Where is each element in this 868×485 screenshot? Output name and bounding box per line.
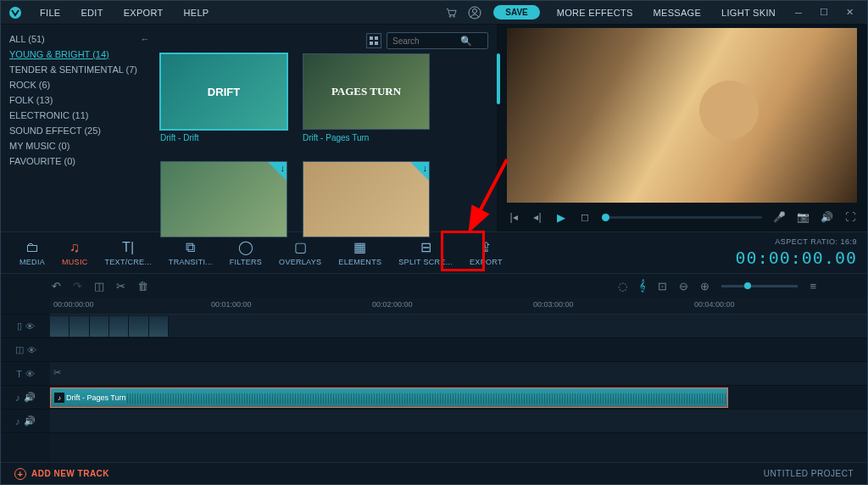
close-icon[interactable]: ✕ (838, 2, 860, 24)
prev-frame-icon[interactable]: ◂| (531, 211, 544, 223)
thumb-image: DRIFT (160, 53, 287, 130)
render-icon[interactable]: ◌ (618, 280, 627, 293)
zoom-in-icon[interactable]: ⊕ (700, 280, 709, 293)
search-icon[interactable]: 🔍 (460, 36, 472, 47)
library-scrollbar[interactable] (497, 53, 500, 104)
menu-light-skin[interactable]: LIGHT SKIN (713, 4, 784, 21)
media-thumb[interactable]: PAGES TURN Drift - Pages Turn (303, 53, 430, 146)
pip-track[interactable] (50, 338, 867, 362)
svg-point-2 (453, 15, 455, 17)
media-thumb[interactable]: DRIFT Drift - Drift (160, 53, 287, 146)
tab-filters[interactable]: ◯FILTERS (221, 237, 270, 270)
category-tender[interactable]: TENDER & SENTIMENTAL (7) (9, 62, 152, 77)
tab-music[interactable]: ♫MUSIC (53, 237, 97, 270)
zoom-fit-icon[interactable]: ⊡ (658, 280, 667, 293)
pip-track-icon: ◫ (15, 344, 24, 355)
category-my-music[interactable]: MY MUSIC (0) (9, 138, 152, 153)
audio-track-1[interactable]: ♪ Drift - Pages Turn (50, 386, 867, 410)
goto-start-icon[interactable]: |◂ (507, 211, 520, 223)
search-input[interactable] (392, 36, 460, 46)
play-icon[interactable]: ▶ (554, 211, 568, 224)
preview-scrubber[interactable] (602, 216, 762, 219)
timeline: ▯👁 ◫👁 T👁 ♪🔊 ♪🔊 00:00:00:00 00:01:00:00 0… (1, 298, 867, 462)
menu-edit[interactable]: EDIT (72, 4, 111, 21)
filters-icon: ◯ (238, 240, 253, 255)
thumb-image: ↓ (303, 161, 430, 237)
menu-help[interactable]: HELP (175, 4, 218, 21)
download-icon[interactable]: ↓ (423, 163, 428, 173)
zoom-slider[interactable] (721, 285, 798, 287)
download-icon[interactable]: ↓ (281, 163, 286, 173)
category-rock[interactable]: ROCK (6) (9, 77, 152, 92)
account-icon[interactable] (465, 3, 485, 23)
category-folk[interactable]: FOLK (13) (9, 92, 152, 108)
timeline-ruler[interactable]: 00:00:00:00 00:01:00:00 00:02:00:00 00:0… (50, 298, 867, 315)
redo-icon[interactable]: ↷ (73, 280, 82, 293)
maximize-icon[interactable]: ☐ (813, 2, 835, 24)
text-track[interactable]: ✂ (50, 362, 867, 386)
menu-export[interactable]: EXPORT (115, 4, 172, 21)
undo-icon[interactable]: ↶ (52, 280, 61, 293)
media-thumb[interactable]: ↓ (303, 161, 430, 237)
zoom-out-icon[interactable]: ⊖ (679, 280, 688, 293)
tab-export[interactable]: ⇪EXPORT (461, 237, 511, 270)
delete-icon[interactable]: 🗑 (137, 280, 148, 293)
text-track-icon: T (16, 369, 22, 379)
text-icon: T| (122, 240, 135, 255)
menu-file[interactable]: FILE (31, 4, 69, 21)
speaker-icon[interactable]: 🔊 (24, 415, 36, 426)
tab-text[interactable]: T|TEXT/CRE... (97, 237, 160, 270)
category-all[interactable]: ALL (51)← (9, 31, 152, 47)
mixer-icon[interactable]: 𝄞 (639, 279, 646, 293)
track-head-video[interactable]: ▯👁 (1, 315, 50, 338)
transition-icon: ⧉ (186, 240, 195, 255)
eye-icon[interactable]: 👁 (25, 321, 35, 332)
save-button[interactable]: SAVE (493, 5, 540, 20)
grid-view-icon[interactable] (366, 33, 381, 48)
cart-icon[interactable] (441, 3, 461, 23)
volume-icon[interactable]: 🔊 (820, 211, 833, 223)
back-icon[interactable]: ← (138, 34, 152, 44)
category-sound-effect[interactable]: SOUND EFFECT (25) (9, 123, 152, 138)
aspect-ratio-label: ASPECT RATIO: 16:9 (736, 237, 857, 246)
scissors-icon: ✂ (53, 367, 61, 378)
video-track[interactable] (50, 315, 867, 338)
track-head-audio1[interactable]: ♪🔊 (1, 386, 50, 410)
media-thumb[interactable]: ↓ (160, 161, 287, 237)
settings-icon[interactable]: ≡ (810, 280, 816, 293)
crop-icon[interactable]: ◫ (94, 280, 104, 293)
category-young-bright[interactable]: YOUNG & BRIGHT (14) (9, 47, 152, 62)
track-head-pip[interactable]: ◫👁 (1, 338, 50, 362)
eye-icon[interactable]: 👁 (27, 345, 36, 355)
preview-controls: |◂ ◂| ▶ ◻ 🎤 📷 🔊 ⛶ (497, 203, 867, 231)
menubar: FILE EDIT EXPORT HELP SAVE MORE EFFECTS … (1, 1, 867, 25)
menu-more-effects[interactable]: MORE EFFECTS (548, 4, 642, 21)
search-box[interactable]: 🔍 (387, 32, 488, 49)
speaker-icon[interactable]: 🔊 (24, 392, 36, 403)
tab-transitions[interactable]: ⧉TRANSITI... (160, 237, 221, 270)
audio-track-icon: ♪ (15, 416, 20, 426)
tab-overlays[interactable]: ▢OVERLAYS (270, 237, 330, 270)
mic-icon[interactable]: 🎤 (772, 211, 786, 223)
add-track-button[interactable]: +ADD NEW TRACK (14, 468, 109, 480)
stop-icon[interactable]: ◻ (578, 211, 592, 223)
track-head-text[interactable]: T👁 (1, 362, 50, 386)
track-head-audio2[interactable]: ♪🔊 (1, 410, 50, 433)
cut-icon[interactable]: ✂ (116, 280, 125, 293)
video-track-icon: ▯ (17, 321, 22, 332)
snapshot-icon[interactable]: 📷 (796, 211, 810, 223)
minimize-icon[interactable]: ─ (787, 2, 810, 24)
fullscreen-icon[interactable]: ⛶ (843, 211, 857, 223)
menu-message[interactable]: MESSAGE (645, 4, 710, 21)
tab-split[interactable]: ⊟SPLIT SCRE... (390, 237, 461, 270)
category-electronic[interactable]: ELECTRONIC (11) (9, 108, 152, 123)
tool-tabs: 🗀MEDIA ♫MUSIC T|TEXT/CRE... ⧉TRANSITI...… (1, 231, 867, 274)
audio-clip[interactable]: ♪ Drift - Pages Turn (50, 387, 728, 408)
video-clip[interactable] (50, 316, 169, 337)
ruler-tick: 00:03:00:00 (533, 300, 574, 309)
audio-track-2[interactable] (50, 410, 867, 433)
tab-elements[interactable]: ▦ELEMENTS (330, 237, 390, 270)
tab-media[interactable]: 🗀MEDIA (11, 237, 53, 270)
eye-icon[interactable]: 👁 (25, 369, 35, 379)
category-favourite[interactable]: FAVOURITE (0) (9, 153, 152, 169)
